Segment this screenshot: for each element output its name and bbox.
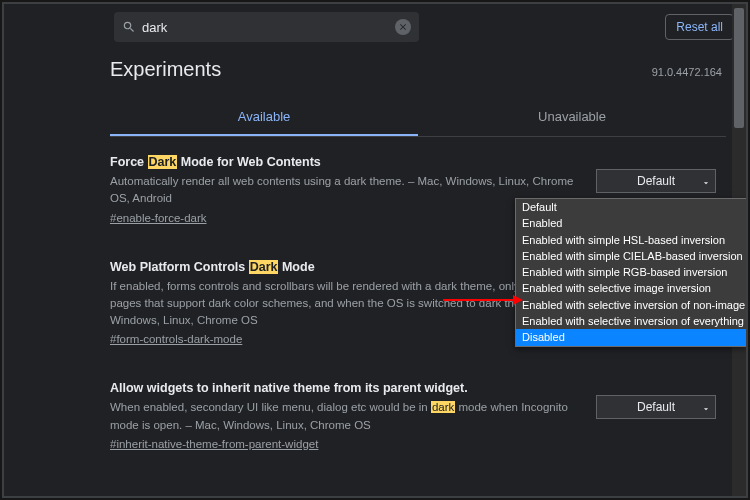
experiment-title: Web Platform Controls Dark Mode (110, 260, 580, 274)
experiment-row: Allow widgets to inherit native theme fr… (110, 363, 726, 468)
clear-search-icon[interactable] (395, 19, 411, 35)
page-title: Experiments (110, 58, 221, 81)
tab-unavailable[interactable]: Unavailable (418, 99, 726, 136)
search-input[interactable] (136, 20, 395, 35)
option-sel-nonimage[interactable]: Enabled with selective inversion of non-… (516, 297, 746, 313)
option-enabled[interactable]: Enabled (516, 215, 746, 231)
version-label: 91.0.4472.164 (652, 66, 722, 78)
experiment-description: When enabled, secondary UI like menu, di… (110, 399, 580, 434)
scrollbar-thumb[interactable] (734, 8, 744, 128)
experiment-anchor[interactable]: #enable-force-dark (110, 212, 207, 224)
chevron-down-icon (701, 177, 709, 185)
highlight: Dark (148, 155, 178, 169)
tab-available[interactable]: Available (110, 99, 418, 136)
option-cielab[interactable]: Enabled with simple CIELAB-based inversi… (516, 248, 746, 264)
reset-all-button[interactable]: Reset all (665, 14, 734, 40)
experiment-anchor[interactable]: #form-controls-dark-mode (110, 333, 242, 345)
option-sel-everything[interactable]: Enabled with selective inversion of ever… (516, 313, 746, 329)
search-box[interactable] (114, 12, 419, 42)
top-bar: Reset all (4, 4, 746, 50)
tabs: Available Unavailable (110, 99, 726, 137)
select-value: Default (637, 174, 675, 188)
highlight: dark (431, 401, 455, 413)
select-dropdown[interactable]: Default Enabled Enabled with simple HSL-… (515, 198, 747, 347)
search-icon (122, 20, 136, 34)
option-rgb[interactable]: Enabled with simple RGB-based inversion (516, 264, 746, 280)
option-default[interactable]: Default (516, 199, 746, 215)
option-disabled[interactable]: Disabled (516, 329, 746, 345)
experiment-description: If enabled, forms controls and scrollbar… (110, 278, 580, 330)
experiment-select[interactable]: Default (596, 169, 716, 193)
experiment-select[interactable]: Default (596, 395, 716, 419)
experiment-title: Allow widgets to inherit native theme fr… (110, 381, 580, 395)
chevron-down-icon (701, 403, 709, 411)
option-sel-image[interactable]: Enabled with selective image inversion (516, 280, 746, 296)
option-hsl[interactable]: Enabled with simple HSL-based inversion (516, 232, 746, 248)
highlight: Dark (249, 260, 279, 274)
experiment-anchor[interactable]: #inherit-native-theme-from-parent-widget (110, 438, 318, 450)
experiment-title: Force Dark Mode for Web Contents (110, 155, 580, 169)
select-value: Default (637, 400, 675, 414)
experiment-description: Automatically render all web contents us… (110, 173, 580, 208)
